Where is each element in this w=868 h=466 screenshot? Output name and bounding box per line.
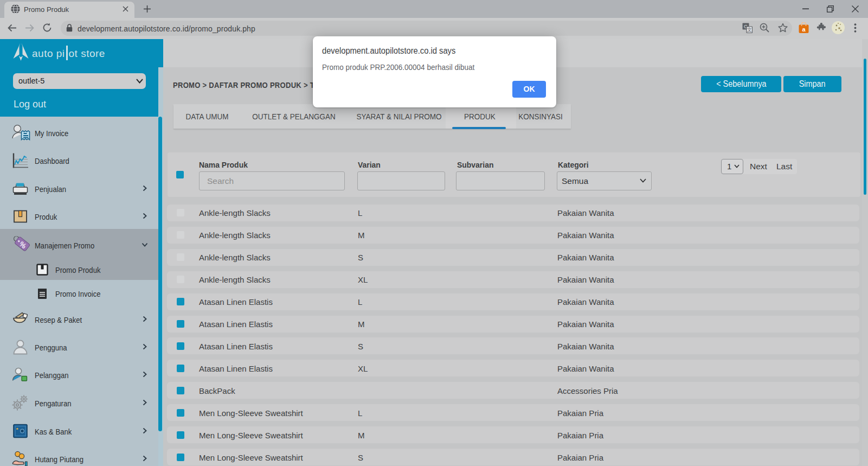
svg-text:文: 文 [747, 27, 752, 33]
svg-text:a: a [802, 26, 806, 33]
